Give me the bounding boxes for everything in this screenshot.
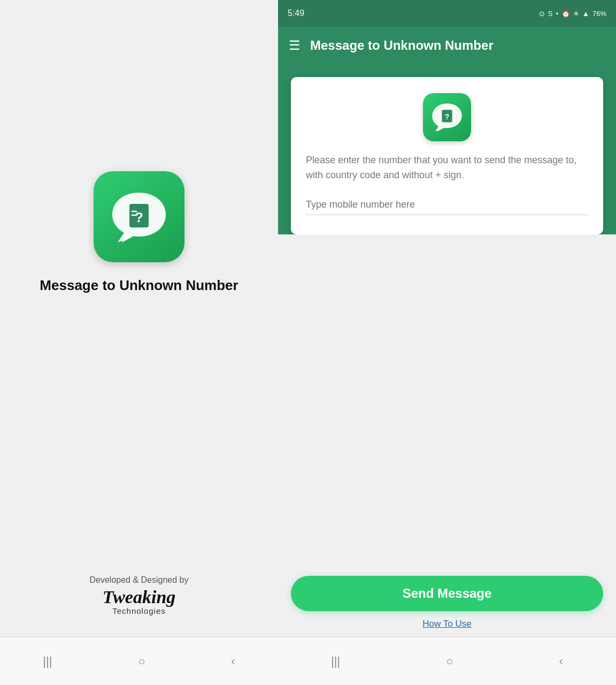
svg-text:?: ?	[445, 112, 449, 121]
left-nav-back-icon[interactable]: ‹	[231, 654, 235, 668]
status-icons: ⊙ S • ⏰ ✳ ▲ 76%	[539, 10, 606, 18]
teal-background: ? Please enter the number that you want …	[278, 64, 616, 234]
left-app-icon-area: ? Message to Unknown Number	[40, 171, 238, 294]
main-card: ? Please enter the number that you want …	[291, 77, 603, 234]
send-message-button[interactable]: Send Message	[291, 576, 603, 611]
left-nav-recent-icon[interactable]: |||	[43, 654, 52, 668]
app-bar-title: Message to Unknown Number	[310, 38, 494, 53]
card-icon-area: ?	[306, 93, 588, 141]
alarm-icon: ⏰	[561, 10, 570, 18]
right-nav-recent-icon[interactable]: |||	[331, 654, 340, 668]
status-time: 5:49	[288, 9, 304, 18]
left-bottom-credits: Developed & Designed by Tweaking Technol…	[0, 575, 278, 615]
app-bar: ☰ Message to Unknown Number	[278, 27, 616, 64]
card-description: Please enter the number that you want to…	[306, 153, 588, 183]
battery-text: 76%	[592, 10, 606, 18]
left-app-title: Message to Unknown Number	[40, 277, 238, 294]
wifi-icon: ▲	[582, 10, 589, 18]
signal-dot: •	[556, 10, 559, 18]
bluetooth-icon: ✳	[573, 10, 579, 18]
card-app-icon: ?	[423, 93, 471, 141]
right-nav-bar: ||| ○ ‹	[278, 637, 616, 685]
how-to-use-link[interactable]: How To Use	[422, 619, 471, 629]
bottom-actions: Send Message How To Use	[278, 563, 616, 637]
mobile-number-input[interactable]	[306, 195, 588, 215]
left-panel: ? Message to Unknown Number Developed & …	[0, 0, 278, 685]
send-button-label: Send Message	[403, 586, 492, 601]
right-nav-back-icon[interactable]: ‹	[559, 654, 563, 668]
brand-name: Tweaking	[103, 588, 176, 606]
right-nav-home-icon[interactable]: ○	[446, 654, 453, 668]
hamburger-menu-icon[interactable]: ☰	[289, 38, 301, 53]
brand-sub: Technologies	[112, 606, 166, 615]
whatsapp-status-icon: ⊙	[539, 10, 545, 18]
left-nav-bar: ||| ○ ‹	[0, 637, 278, 685]
s-status-icon: S	[548, 10, 553, 18]
left-nav-home-icon[interactable]: ○	[138, 654, 145, 668]
right-panel: 5:49 ⊙ S • ⏰ ✳ ▲ 76% ☰ Message to Unknow…	[278, 0, 616, 685]
app-icon-large: ?	[94, 171, 184, 262]
content-area	[278, 234, 616, 563]
developed-by-text: Developed & Designed by	[89, 575, 188, 585]
status-bar: 5:49 ⊙ S • ⏰ ✳ ▲ 76%	[278, 0, 616, 27]
